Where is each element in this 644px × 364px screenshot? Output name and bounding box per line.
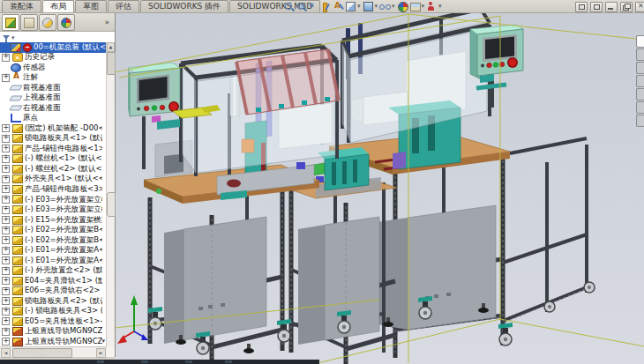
tree-item[interactable]: (-) E15=外壳放置架横梁 [0,215,107,226]
expand-toggle-icon[interactable] [2,277,10,285]
tree-horizontal-scrollbar[interactable]: ◄ ► [0,346,107,357]
tree-item[interactable]: (-) E03=外壳放置架立柱 [0,195,107,205]
expand-toggle-icon[interactable] [2,267,10,275]
view-orientation-icon[interactable] [345,1,356,12]
view-settings-icon[interactable] [426,1,438,12]
expand-toggle-icon[interactable] [2,247,10,255]
task-pane-tab[interactable] [636,101,644,114]
expand-toggle-icon[interactable] [2,227,10,234]
expand-toggle-icon[interactable] [2,338,10,345]
panel-tab-propertymanager[interactable] [20,14,38,31]
expand-toggle-icon[interactable] [2,135,10,143]
apply-scene-icon[interactable] [409,1,421,12]
display-style-icon[interactable] [363,1,374,12]
tree-item[interactable]: E04=夹具滑轨<1> (默认 [0,276,107,286]
expand-toggle-icon[interactable] [2,196,10,204]
scrollbar-thumb[interactable] [12,348,72,358]
tree-vertical-scrollbar[interactable]: ▲ [106,42,115,347]
expand-toggle-icon[interactable] [2,155,10,163]
expand-toggle-icon[interactable] [2,124,10,132]
expand-toggle-icon[interactable] [2,165,10,173]
edit-appearance-icon[interactable] [397,1,408,12]
expand-toggle-icon[interactable] [2,185,10,193]
previous-view-icon[interactable] [308,1,319,12]
tree-item[interactable]: (-) E01=外壳放置架A<1 [0,245,107,256]
expand-toggle-icon[interactable] [2,175,10,183]
tree-item[interactable]: (-) E01=外壳放置架A<2 [0,256,107,266]
command-tab[interactable]: 布局 [42,0,74,12]
expand-toggle-icon[interactable] [2,287,10,295]
section-view-icon[interactable] [320,1,332,12]
task-pane-tab[interactable] [636,62,644,74]
tree-item[interactable]: 前视基准面 [0,83,107,93]
tree-item[interactable]: 上银直线导轨MGN9CZ0 [0,326,107,337]
task-pane-tab[interactable] [636,35,644,48]
tree-item[interactable]: 历史记录 [0,53,107,63]
expand-toggle-icon[interactable] [2,317,10,325]
panel-tabs-overflow-icon[interactable]: » [104,18,113,26]
dropdown-caret-icon[interactable]: ▾ [375,1,378,12]
expand-toggle-icon[interactable] [2,216,10,224]
command-tab[interactable]: SOLIDWORKS 插件 [140,0,228,12]
tree-item-dropdown-icon[interactable]: ▾ [101,338,105,345]
doc-minimize-button[interactable] [575,2,588,12]
tree-item[interactable]: 上视基准面 [0,93,107,104]
task-pane-tab[interactable] [636,115,644,127]
assembly-3d-model[interactable] [115,12,644,364]
task-pane-tab[interactable] [636,75,644,87]
filter-dropdown-icon[interactable]: ▾ [11,34,15,41]
expand-toggle-icon[interactable] [2,74,10,82]
expand-toggle-icon[interactable] [2,206,10,214]
dropdown-caret-icon[interactable]: ▾ [392,1,395,12]
tree-item[interactable]: 注解 [0,73,107,84]
tree-item[interactable]: (-) 外壳放置盒<2> (默认 [0,265,107,276]
dropdown-caret-icon[interactable]: ▾ [422,1,425,12]
doc-restore-button[interactable] [590,2,603,12]
tree-item[interactable]: 00=机架总装 (默认<显 [0,42,107,53]
scroll-up-icon[interactable]: ▲ [107,42,115,52]
task-pane-tab[interactable] [636,48,644,61]
expand-toggle-icon[interactable] [2,256,10,264]
scroll-right-icon[interactable]: ► [96,348,106,358]
expand-toggle-icon[interactable] [2,328,10,336]
tree-item[interactable]: 右视基准面 [0,103,107,114]
annotation-icon[interactable] [333,1,344,12]
tree-item[interactable]: (-) E03=外壳放置架立柱 [0,204,107,215]
expand-toggle-icon[interactable] [2,54,10,62]
tree-item[interactable]: (-) E02=外壳放置架B<2 [0,235,107,246]
minimize-button[interactable] [605,2,618,12]
zoom-area-icon[interactable] [296,1,307,12]
expand-toggle-icon[interactable] [2,236,10,244]
command-tab[interactable]: 草图 [75,0,107,12]
tree-item[interactable]: E06=夹具滑轨右<2> (默 [0,286,107,296]
tree-item[interactable]: (-) 螺丝机<1> (默认<< [0,154,107,165]
tree-item[interactable]: 锁电路板夹具<1> (默认 [0,134,107,145]
command-tab[interactable]: 装配体 [2,0,41,12]
tree-item[interactable]: 上银直线导轨MGN9CZ0 ▾ [0,337,107,347]
hide-show-items-icon[interactable] [379,1,391,12]
tree-item[interactable]: 原点 [0,114,107,124]
panel-tab-configurationmanager[interactable] [39,14,56,31]
tree-item[interactable]: (-) 螺丝机<2> (默认<< [0,164,107,175]
scroll-left-icon[interactable]: ◄ [1,348,11,358]
task-pane-tab[interactable] [636,88,644,100]
dropdown-caret-icon[interactable]: ▾ [438,1,442,12]
command-tab[interactable]: 评估 [108,0,139,12]
panel-splitter-handle[interactable] [107,192,116,217]
tree-item[interactable]: 外壳夹具<1> (默认<<默 [0,175,107,185]
scrollbar-thumb[interactable] [107,52,116,75]
zoom-fit-icon[interactable] [283,1,295,12]
panel-tab-featuremanager-tree[interactable] [2,14,19,31]
close-button[interactable] [635,2,644,12]
tree-item[interactable]: 产品-锡钮件电路板<3> [0,184,107,195]
dropdown-caret-icon[interactable]: ▾ [357,1,361,12]
tree-item[interactable]: E05=夹具推送板<1>-> [0,316,107,327]
tree-item[interactable]: (固定) 机架装配 -D00<1 [0,123,107,134]
tree-item[interactable]: (-) 锁电路板夹具<3> (默 [0,306,107,316]
expand-toggle-icon[interactable] [2,297,10,305]
restore-button[interactable] [620,2,633,12]
tree-item[interactable]: (-) E02=外壳放置架B<1 [0,225,107,235]
expand-toggle-icon[interactable] [2,308,10,316]
graphics-area[interactable] [115,12,644,364]
expand-toggle-icon[interactable] [2,145,10,152]
